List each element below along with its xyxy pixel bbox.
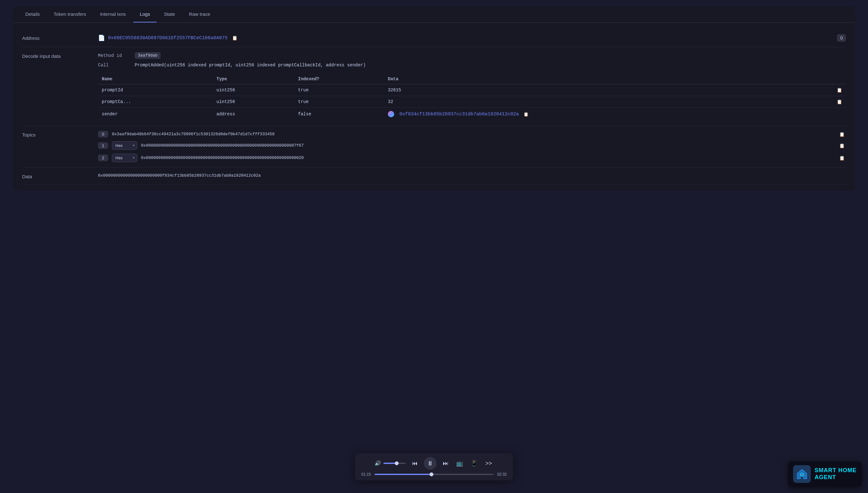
volume-section: 🔊 bbox=[375, 460, 405, 467]
call-value: PromptAdded(uint256 indexed promptId, ui… bbox=[135, 63, 366, 68]
address-row: Address 📄 0x68EC9556830AD097D661Df2557FB… bbox=[22, 29, 846, 47]
topics-value: 0 0x3aaf9dab48b64f38cc49421a3c70996f1c53… bbox=[98, 131, 846, 162]
topics-label: Topics bbox=[22, 131, 92, 137]
tab-raw-trace[interactable]: Raw trace bbox=[183, 6, 217, 22]
address-copy-button[interactable]: 📋 bbox=[231, 35, 239, 41]
tab-token-transfers[interactable]: Token transfers bbox=[47, 6, 92, 22]
param-name-0: promptId bbox=[98, 84, 213, 96]
tabs-nav: Details Token transfers Internal txns Lo… bbox=[13, 6, 855, 23]
topics-row: Topics 0 0x3aaf9dab48b64f38cc49421a3c709… bbox=[22, 126, 846, 168]
topic-row-0: 0 0x3aaf9dab48b64f38cc49421a3c70996f1c53… bbox=[98, 131, 846, 137]
param-data-1: 32 📋 bbox=[384, 96, 846, 108]
cast-button[interactable]: 📺 bbox=[455, 458, 464, 468]
method-id-label: Method id bbox=[98, 53, 130, 58]
player-controls: 🔊 ⏮ ⏸ ⏭ 📺 📱 >> bbox=[375, 457, 493, 470]
table-row: promptId uint256 true 32615 📋 bbox=[98, 84, 846, 96]
param-name-1: promptCa... bbox=[98, 96, 213, 108]
topic-index-0: 0 bbox=[98, 131, 108, 137]
smart-home-badge: SMART HOMEAGENT bbox=[788, 462, 862, 487]
data-value: 0x000000000000000000000000f834cf13bb85b2… bbox=[98, 173, 261, 178]
progress-thumb[interactable] bbox=[429, 472, 433, 476]
doc-icon: 📄 bbox=[98, 35, 105, 41]
address-link[interactable]: 0x68EC9556830AD097D661Df2557FBCeC166a0A0… bbox=[108, 36, 228, 41]
hex-select-wrapper-1: Hex Dec Text ▼ bbox=[112, 141, 137, 150]
smart-home-text: SMART HOMEAGENT bbox=[814, 467, 856, 481]
address-badge: 0 bbox=[837, 34, 846, 42]
progress-bar-wrapper: 01:15 02:32 bbox=[361, 472, 507, 476]
rewind-button[interactable]: ⏮ bbox=[410, 459, 419, 468]
topic-row-1: 1 Hex Dec Text ▼ 0x000000000000000000000… bbox=[98, 141, 846, 150]
call-label: Call bbox=[98, 63, 130, 68]
data-value-wrapper: 0x000000000000000000000000f834cf13bb85b2… bbox=[98, 173, 846, 178]
param-type-2: address bbox=[213, 108, 294, 121]
param-indexed-2: false bbox=[294, 108, 384, 121]
copy-sender[interactable]: 📋 bbox=[524, 112, 529, 116]
hex-select-2[interactable]: Hex Dec Text bbox=[112, 154, 137, 162]
topic-value-1: 0x00000000000000000000000000000000000000… bbox=[141, 143, 834, 148]
tab-logs[interactable]: Logs bbox=[133, 6, 156, 22]
topic-index-1: 1 bbox=[98, 142, 108, 149]
topic-index-2: 2 bbox=[98, 154, 108, 161]
content-area: Address 📄 0x68EC9556830AD097D661Df2557FB… bbox=[13, 23, 855, 191]
decode-input-value: Method id 3aaf9dab Call PromptAdded(uint… bbox=[98, 52, 846, 121]
decode-input-row: Decode input data Method id 3aaf9dab Cal… bbox=[22, 47, 846, 126]
method-id-value: 3aaf9dab bbox=[135, 52, 161, 59]
volume-icon: 🔊 bbox=[375, 460, 381, 467]
col-indexed: Indexed? bbox=[294, 74, 384, 84]
param-type-0: uint256 bbox=[213, 84, 294, 96]
more-button[interactable]: >> bbox=[484, 459, 493, 468]
hex-select-wrapper-2: Hex Dec Text ▼ bbox=[112, 154, 137, 162]
data-label: Data bbox=[22, 173, 92, 179]
copy-row-0[interactable]: 📋 bbox=[837, 88, 842, 92]
param-indexed-0: true bbox=[294, 84, 384, 96]
tab-details[interactable]: Details bbox=[19, 6, 46, 22]
tab-internal-txns[interactable]: Internal txns bbox=[93, 6, 132, 22]
airplay-button[interactable]: 📱 bbox=[469, 458, 479, 468]
param-data-0: 32615 📋 bbox=[384, 84, 846, 96]
sender-avatar bbox=[388, 111, 394, 117]
table-row: promptCa... uint256 true 32 📋 bbox=[98, 96, 846, 108]
params-table: Name Type Indexed? Data promptId uint256… bbox=[98, 74, 846, 121]
param-data-2: 0xf834cf13bb85b28937cc31db7ab0a1820412c0… bbox=[384, 108, 846, 121]
pause-button[interactable]: ⏸ bbox=[424, 457, 437, 470]
volume-thumb[interactable] bbox=[395, 462, 399, 465]
tab-state[interactable]: State bbox=[158, 6, 182, 22]
topic-row-2: 2 Hex Dec Text ▼ 0x000000000000000000000… bbox=[98, 154, 846, 162]
current-time: 01:15 bbox=[361, 472, 371, 476]
copy-row-1[interactable]: 📋 bbox=[837, 99, 842, 104]
progress-track[interactable] bbox=[375, 474, 493, 475]
smart-home-logo bbox=[793, 465, 811, 483]
param-type-1: uint256 bbox=[213, 96, 294, 108]
col-data: Data bbox=[384, 74, 846, 84]
topic-value-0: 0x3aaf9dab48b64f38cc49421a3c70996f1c5301… bbox=[112, 132, 834, 136]
copy-topic-2[interactable]: 📋 bbox=[838, 155, 846, 161]
media-player: 🔊 ⏮ ⏸ ⏭ 📺 📱 >> 01:15 02:32 bbox=[355, 453, 513, 480]
data-row: Data 0x000000000000000000000000f834cf13b… bbox=[22, 168, 846, 185]
volume-track[interactable] bbox=[383, 463, 405, 464]
house-icon bbox=[796, 468, 808, 480]
progress-fill bbox=[375, 474, 431, 475]
sender-link[interactable]: 0xf834cf13bb85b28937cc31db7ab0a1820412c0… bbox=[399, 111, 519, 117]
col-type: Type bbox=[213, 74, 294, 84]
copy-topic-1[interactable]: 📋 bbox=[838, 143, 846, 149]
copy-topic-0[interactable]: 📋 bbox=[838, 131, 846, 137]
col-name: Name bbox=[98, 74, 213, 84]
address-value-wrapper: 📄 0x68EC9556830AD097D661Df2557FBCeC166a0… bbox=[98, 34, 846, 42]
topic-value-2: 0x00000000000000000000000000000000000000… bbox=[141, 155, 834, 160]
address-label: Address bbox=[22, 34, 92, 41]
total-time: 02:32 bbox=[497, 472, 507, 476]
main-container: Details Token transfers Internal txns Lo… bbox=[13, 6, 855, 191]
param-indexed-1: true bbox=[294, 96, 384, 108]
decode-input-label: Decode input data bbox=[22, 52, 92, 59]
param-name-2: sender bbox=[98, 108, 213, 121]
hex-select-1[interactable]: Hex Dec Text bbox=[112, 141, 137, 150]
svg-point-2 bbox=[801, 474, 803, 475]
forward-button[interactable]: ⏭ bbox=[442, 459, 450, 468]
table-row: sender address false 0xf834cf13bb85b2893… bbox=[98, 108, 846, 121]
